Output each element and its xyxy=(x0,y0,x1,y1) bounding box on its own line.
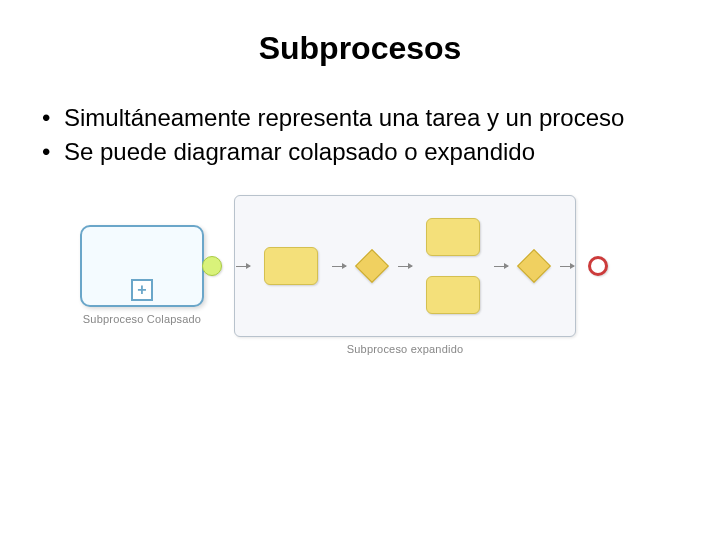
bullet-item: Se puede diagramar colapsado o expandido xyxy=(40,137,680,167)
collapsed-subprocess-figure: + Subproceso Colapsado xyxy=(80,225,204,325)
task-icon xyxy=(264,247,318,285)
expanded-subprocess-label: Subproceso expandido xyxy=(347,343,464,355)
diagrams-row: + Subproceso Colapsado xyxy=(40,195,680,355)
expand-marker-icon: + xyxy=(131,279,153,301)
expanded-subprocess-figure: Subproceso expandido xyxy=(234,195,576,355)
start-event-icon xyxy=(202,256,222,276)
sequence-flow-icon xyxy=(236,266,250,267)
sequence-flow-icon xyxy=(494,266,508,267)
collapsed-subprocess-label: Subproceso Colapsado xyxy=(83,313,201,325)
collapsed-subprocess-box: + xyxy=(80,225,204,307)
slide: Subprocesos Simultáneamente representa u… xyxy=(0,0,720,540)
bullet-list: Simultáneamente representa una tarea y u… xyxy=(40,103,680,167)
parallel-branches xyxy=(426,218,480,314)
gateway-icon xyxy=(355,249,389,283)
expanded-subprocess-box xyxy=(234,195,576,337)
bullet-item: Simultáneamente representa una tarea y u… xyxy=(40,103,680,133)
sequence-flow-icon xyxy=(560,266,574,267)
task-icon xyxy=(426,276,480,314)
sequence-flow-icon xyxy=(332,266,346,267)
end-event-icon xyxy=(588,256,608,276)
slide-title: Subprocesos xyxy=(40,30,680,67)
sequence-flow-icon xyxy=(398,266,412,267)
task-icon xyxy=(426,218,480,256)
bpmn-flow xyxy=(235,218,575,314)
gateway-icon xyxy=(517,249,551,283)
